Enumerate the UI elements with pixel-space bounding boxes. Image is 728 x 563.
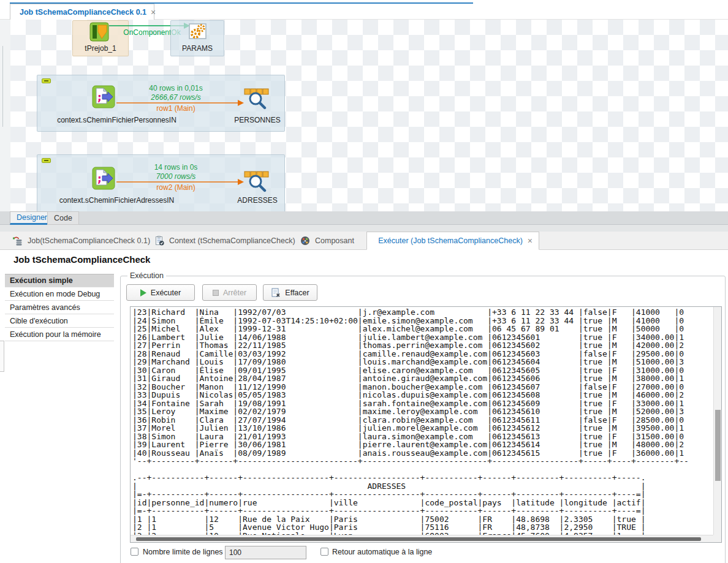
play-icon <box>140 289 146 297</box>
limit-rows-label: Nombre limite de lignes <box>143 548 223 556</box>
designer-tabbar: Designer Code <box>0 211 728 225</box>
stop-icon <box>213 290 219 296</box>
flow2-rows-stat: 14 rows in 0s <box>130 163 222 172</box>
view-tabbar: Job(tSchemaComplianceCheck 0.1) Context … <box>0 232 728 250</box>
stop-button[interactable]: Arrêter <box>202 284 257 301</box>
flow2-row-name: row2 (Main) <box>130 183 222 192</box>
view-tab-context-label: Context (tSchemaComplianceCheck) <box>169 236 295 245</box>
clear-button[interactable]: Effacer <box>263 284 317 301</box>
sidebar-item-execution-simple[interactable]: Exécution simple <box>5 274 114 287</box>
svg-text:;: ; <box>97 173 102 185</box>
stop-button-label: Arrêter <box>223 289 246 297</box>
sidebar-item-execution-debug[interactable]: Exécution en mode Debug <box>5 287 114 301</box>
job-icon <box>12 236 23 246</box>
view-tab-run-label: Exécuter (Job tSchemaComplianceCheck) <box>378 236 523 245</box>
wrap-lines-label: Retour automatique à la ligne <box>332 548 432 556</box>
horizontal-scrollbar[interactable] <box>131 535 713 542</box>
editor-tab-job[interactable]: Job tSchemaComplianceCheck 0.1 × <box>10 4 154 20</box>
clear-button-label: Effacer <box>285 289 309 297</box>
tab-designer-label: Designer <box>17 213 47 222</box>
params-label: PARAMS <box>170 44 224 53</box>
execution-group-label: Exécution <box>127 271 166 280</box>
vertical-scrollbar-thumb[interactable] <box>715 410 721 481</box>
console-output: |23|Richard |Nina |1992/07/03 |j.r@examp… <box>132 308 689 540</box>
limit-rows-checkbox[interactable] <box>131 548 138 556</box>
collapse-toggle-icon[interactable] <box>42 78 51 83</box>
limit-rows-input[interactable] <box>225 546 306 559</box>
source1-label: context.sCheminFichierPersonnesIN <box>39 116 195 124</box>
sidebar-item-label: Exécution simple <box>10 276 73 285</box>
close-icon[interactable]: × <box>151 8 156 17</box>
close-icon[interactable]: × <box>528 236 533 245</box>
page-title: Job tSchemaComplianceCheck <box>13 254 150 265</box>
sidebar-item-label: Exécution en mode Debug <box>10 290 100 298</box>
talend-studio-window: Job tSchemaComplianceCheck 0.1 × tPrejob… <box>0 0 728 563</box>
run-button-label: Exécuter <box>151 289 181 297</box>
tab-code-label: Code <box>54 214 72 222</box>
flow1-rate-stat: 2666,67 rows/s <box>130 93 222 102</box>
svg-text:;: ; <box>97 91 102 104</box>
view-tab-run[interactable]: Exécuter (Job tSchemaComplianceCheck) × <box>366 232 539 250</box>
view-tab-composant[interactable]: Composant <box>300 232 354 250</box>
collapse-toggle-icon[interactable] <box>42 158 51 163</box>
tprejob-label: tPrejob_1 <box>72 44 129 53</box>
tlogrow-personnes-icon[interactable] <box>244 88 270 110</box>
flow1-rows-stat: 40 rows in 0,01s <box>130 84 222 93</box>
view-tab-job-label: Job(tSchemaComplianceCheck 0.1) <box>28 236 150 245</box>
view-tab-job[interactable]: Job(tSchemaComplianceCheck 0.1) <box>12 232 150 250</box>
clear-icon <box>271 288 281 298</box>
sidebar-item-cible-execution[interactable]: Cible d'exécution <box>5 314 114 328</box>
flow2-rate-stat: 7000 rows/s <box>130 172 222 181</box>
sidebar-item-label: Paramètres avancés <box>10 303 80 312</box>
target2-label: ADRESSES <box>233 196 281 205</box>
execution-console[interactable]: |23|Richard |Nina |1992/07/03 |j.r@examp… <box>130 306 722 543</box>
tab-code[interactable]: Code <box>47 211 79 225</box>
editor-tab-title: Job tSchemaComplianceCheck 0.1 <box>20 8 146 17</box>
view-tab-composant-label: Composant <box>315 236 354 245</box>
flow1-row-name: row1 (Main) <box>130 104 222 113</box>
gutter-divider <box>2 46 3 127</box>
sidebar-item-label: Cible d'exécution <box>10 317 68 325</box>
view-tab-context[interactable]: Context (tSchemaComplianceCheck) <box>154 232 295 250</box>
collapsed-panel-handle[interactable] <box>0 341 4 372</box>
target1-label: PERSONNES <box>233 116 281 124</box>
vertical-scrollbar[interactable] <box>713 307 721 535</box>
wrap-lines-checkbox[interactable] <box>320 548 328 556</box>
run-button[interactable]: Exécuter <box>126 284 195 301</box>
file-input-personnes-icon[interactable]: ; <box>92 85 115 108</box>
file-input-adresses-icon[interactable]: ; <box>92 167 115 190</box>
scrollbar-corner <box>713 535 721 542</box>
source2-label: context.sCheminFichierAdressesIN <box>39 196 195 205</box>
tprejob-icon[interactable] <box>89 22 109 42</box>
context-icon <box>154 236 164 246</box>
sidebar-item-label: Exécution pour la mémoire <box>10 330 101 339</box>
panel-divider <box>0 225 728 232</box>
tlogrow-adresses-icon[interactable] <box>244 170 270 192</box>
horizontal-scrollbar-thumb[interactable] <box>136 537 701 541</box>
params-icon[interactable] <box>188 22 208 42</box>
sidebar-item-parametres-avances[interactable]: Paramètres avancés <box>5 301 114 314</box>
design-canvas[interactable]: tPrejob_1 OnComponentOk PARAMS ; <box>10 20 728 211</box>
palette-gutter <box>0 20 10 211</box>
sidebar-item-execution-memoire[interactable]: Exécution pour la mémoire <box>5 328 114 341</box>
composant-icon <box>300 236 310 246</box>
